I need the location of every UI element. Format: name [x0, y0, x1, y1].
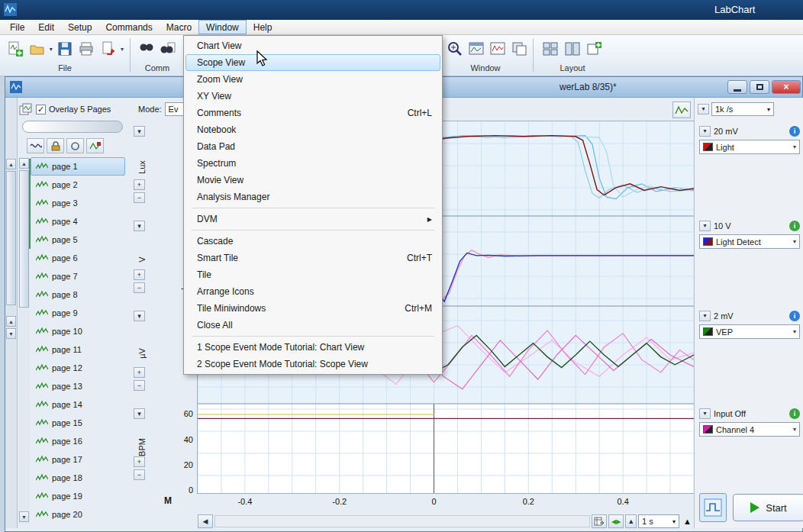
chart-window-icon[interactable] — [489, 39, 507, 59]
maximize-button[interactable] — [750, 80, 769, 94]
menu-item-1-scope-event-mode-tutorial-chart-view[interactable]: 1 Scope Event Mode Tutorial: Chart View — [185, 339, 440, 356]
page-item[interactable]: page 5 — [31, 231, 125, 249]
timebase-up-icon[interactable]: ▲ — [625, 514, 637, 528]
page-item[interactable]: page 19 — [31, 487, 125, 505]
page-item[interactable]: page 15 — [31, 414, 125, 432]
channel-info-icon[interactable]: i — [789, 221, 800, 231]
menu-item-cascade[interactable]: Cascade — [185, 233, 440, 250]
wave-icon[interactable] — [27, 138, 44, 153]
scroll-up-icon[interactable]: ▲ — [6, 316, 16, 327]
menu-item-spectrum[interactable]: Spectrum — [185, 155, 440, 172]
lock-icon[interactable] — [47, 138, 64, 153]
rate-dropdown-button[interactable]: ▾ — [698, 104, 709, 114]
export-dropdown-icon[interactable]: ▾ — [121, 46, 124, 53]
zoom-out-button[interactable]: − — [134, 469, 145, 480]
scroll-thumb[interactable] — [6, 171, 16, 305]
menubar-item-edit[interactable]: Edit — [31, 20, 61, 34]
menubar-item-commands[interactable]: Commands — [98, 20, 159, 34]
export-icon[interactable] — [99, 39, 118, 59]
range-dropdown-icon[interactable]: ▾ — [699, 408, 711, 419]
page-item[interactable]: page 18 — [31, 469, 125, 487]
zoom-in-button[interactable]: + — [134, 367, 145, 378]
scroll-thumb[interactable] — [19, 170, 29, 308]
scroll-left-icon[interactable]: ◀ — [198, 514, 213, 528]
menu-item-scope-view[interactable]: Scope View — [185, 54, 440, 71]
save-icon[interactable] — [56, 39, 74, 59]
ring-icon[interactable] — [66, 138, 84, 153]
menu-item-tile[interactable]: Tile — [185, 266, 440, 283]
page-item[interactable]: page 4 — [31, 212, 125, 231]
menu-item-2-scope-event-mode-tutorial-scope-view[interactable]: 2 Scope Event Mode Tutorial: Scope View — [185, 356, 440, 372]
page-item[interactable]: page 11 — [31, 340, 125, 359]
menu-item-comments[interactable]: CommentsCtrl+L — [185, 105, 440, 121]
minimize-button[interactable] — [727, 80, 747, 94]
trigger-marker-icon[interactable]: ▲ — [681, 517, 694, 526]
copy-window-icon[interactable] — [510, 39, 528, 59]
find-icon[interactable] — [137, 39, 156, 59]
close-button[interactable]: × — [772, 80, 801, 94]
page-item[interactable]: page 12 — [31, 359, 125, 377]
menu-item-zoom-view[interactable]: Zoom View — [185, 71, 440, 88]
page-item[interactable]: page 17 — [31, 450, 125, 469]
new-document-icon[interactable] — [6, 39, 24, 59]
range-dropdown-icon[interactable]: ▾ — [699, 311, 711, 321]
page-item[interactable]: page 13 — [31, 377, 125, 395]
menu-item-data-pad[interactable]: Data Pad — [185, 138, 440, 155]
range-dropdown-icon[interactable]: ▾ — [699, 126, 711, 137]
menubar-item-file[interactable]: File — [3, 20, 31, 34]
sample-rate-dropdown[interactable]: 1k /s ▾ — [711, 102, 774, 116]
overlay-fade-slider[interactable] — [22, 121, 123, 133]
menubar-item-window[interactable]: Window — [198, 20, 247, 34]
page-item[interactable]: page 14 — [31, 395, 125, 414]
page-item[interactable]: page 6 — [31, 249, 125, 267]
channel-info-icon[interactable]: i — [789, 408, 800, 419]
spectrum-window-icon[interactable] — [467, 39, 485, 59]
channel-scale-dropdown-icon[interactable]: ▾ — [134, 221, 145, 231]
channel-scale-dropdown-icon[interactable]: ▾ — [134, 311, 145, 321]
menu-item-analysis-manager[interactable]: Analysis Manager — [185, 189, 440, 205]
menu-item-close-all[interactable]: Close All — [185, 317, 440, 334]
scroll-down-icon[interactable]: ▼ — [19, 511, 29, 522]
mini-graph-button[interactable] — [672, 102, 691, 118]
find-next-icon[interactable] — [159, 39, 177, 59]
channel-scale-dropdown-icon[interactable]: ▾ — [134, 408, 145, 419]
menubar-item-setup[interactable]: Setup — [61, 20, 98, 34]
channel-info-icon[interactable]: i — [789, 126, 800, 137]
page-item[interactable]: page 9 — [31, 304, 125, 322]
page-item[interactable]: page 7 — [31, 267, 125, 285]
menu-item-chart-view[interactable]: Chart View — [185, 37, 440, 54]
channel-scale-dropdown-icon[interactable]: ▾ — [134, 126, 145, 137]
scope-mode-button[interactable] — [699, 493, 727, 522]
menu-item-tile-miniwindows[interactable]: Tile MiniwindowsCtrl+M — [185, 300, 440, 317]
range-dropdown-icon[interactable]: ▾ — [699, 221, 711, 231]
menubar-item-help[interactable]: Help — [247, 20, 279, 34]
channel-select[interactable]: VEP▾ — [699, 324, 800, 339]
scroll-up-icon[interactable]: ▲ — [6, 159, 16, 169]
scroll-follow-icon[interactable]: ◀▶ — [608, 514, 624, 528]
scroll-down-icon[interactable]: ▼ — [6, 328, 16, 339]
page-item[interactable]: page 3 — [31, 194, 125, 212]
zoom-in-button[interactable]: + — [134, 179, 145, 190]
zoom-out-button[interactable]: − — [134, 380, 145, 391]
channel-select[interactable]: Light▾ — [699, 140, 800, 154]
scroll-up-icon[interactable]: ▲ — [19, 158, 29, 169]
start-button[interactable]: Start — [733, 494, 803, 521]
menu-item-arrange-icons[interactable]: Arrange Icons — [185, 283, 440, 300]
marker-well[interactable]: M — [161, 495, 175, 508]
zoom-in-button[interactable]: + — [134, 269, 145, 280]
menu-item-dvm[interactable]: DVM▶ — [185, 211, 440, 227]
tile-columns-icon[interactable] — [563, 39, 582, 59]
menu-item-smart-tile[interactable]: Smart TileCtrl+T — [185, 250, 440, 266]
menu-item-movie-view[interactable]: Movie View — [185, 172, 440, 189]
channel-select[interactable]: Light Detect▾ — [699, 234, 800, 249]
tile-grid-icon[interactable] — [540, 39, 560, 59]
overlay-pages-checkbox[interactable]: ✓ — [36, 105, 46, 114]
page-item[interactable]: page 8 — [31, 285, 125, 304]
overlay-pages-icon[interactable] — [19, 103, 33, 115]
channel-select[interactable]: Channel 4▾ — [699, 422, 800, 437]
page-item[interactable]: page 2 — [31, 176, 125, 194]
menubar-item-macro[interactable]: Macro — [160, 20, 198, 34]
menu-item-xy-view[interactable]: XY View — [185, 88, 440, 105]
menu-item-notebook[interactable]: Notebook — [185, 121, 440, 138]
page-item[interactable]: page 20 — [31, 505, 125, 524]
